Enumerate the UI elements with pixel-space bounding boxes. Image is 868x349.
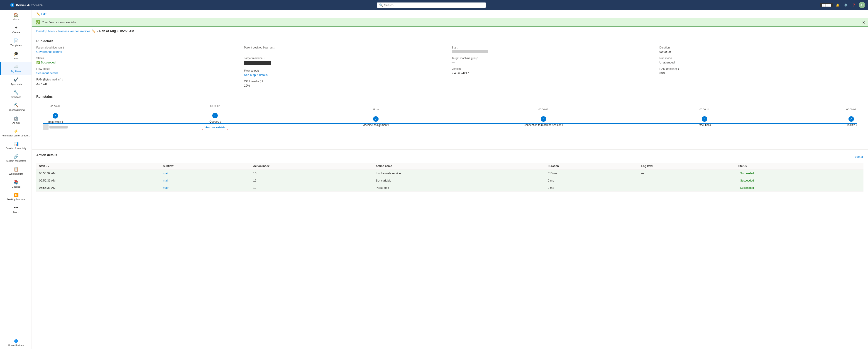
- status-label: Status: [36, 57, 240, 60]
- search-input[interactable]: [384, 3, 484, 7]
- edit-button[interactable]: ✏️ Edit: [36, 12, 46, 15]
- breadcrumb-current: Ran at Aug 9, 05:55 AM: [99, 29, 134, 33]
- target-machine-info-icon[interactable]: ℹ: [264, 57, 265, 60]
- hamburger-icon[interactable]: ☰: [3, 2, 8, 8]
- sidebar-item-approvals[interactable]: ✔️ Approvals: [0, 75, 32, 88]
- row2-status: Succeeded: [736, 177, 864, 184]
- row3-action-index: 13: [250, 184, 373, 191]
- governance-control-link[interactable]: Governance control: [36, 50, 240, 54]
- cpu-median-info-icon[interactable]: ℹ: [262, 80, 263, 83]
- ram-median-info-icon[interactable]: ℹ: [678, 68, 679, 70]
- run-details-col1: Parent cloud flow run ℹ Governance contr…: [36, 46, 240, 87]
- queued-dot: ✓: [212, 113, 218, 118]
- duration-value: 00:00:29: [659, 50, 864, 54]
- more-icon: •••: [14, 205, 19, 210]
- queued-time: 00:00:02: [210, 105, 220, 107]
- finalize-info-icon[interactable]: ℹ: [856, 124, 857, 127]
- machine-assignment-info-icon[interactable]: ℹ: [388, 124, 389, 127]
- run-details-col2: Parent desktop flow run ℹ — Target machi…: [244, 46, 448, 87]
- row2-log-level: —: [639, 177, 736, 184]
- sidebar-item-templates[interactable]: 📄 Templates: [0, 36, 32, 49]
- connection-time: 00:00:05: [538, 108, 548, 111]
- machine-assignment-label: Machine assignment ℹ: [363, 124, 389, 127]
- row3-status: Succeeded: [736, 184, 864, 191]
- sidebar-item-home[interactable]: 🏠 Home: [0, 10, 32, 23]
- see-output-details-link[interactable]: See output details: [244, 73, 448, 77]
- sidebar-item-work-queues[interactable]: 📋 Work queues: [0, 165, 32, 177]
- execution-time: 00:00:14: [700, 108, 709, 111]
- desktop-flow-activity-icon: 📊: [13, 141, 19, 146]
- banner-close-button[interactable]: ✕: [862, 20, 865, 25]
- table-row: 05:55:39 AM main 16 Invoke web service 5…: [36, 170, 864, 177]
- row3-log-level: —: [639, 184, 736, 191]
- topbar-right: █████ 🔔 ⚙️ ❓ JD: [820, 2, 865, 8]
- sidebar-item-create[interactable]: + Create: [0, 23, 32, 36]
- run-details-section: Run details Parent cloud flow run ℹ Gove…: [32, 36, 868, 91]
- sidebar-item-ai-hub[interactable]: 🤖 AI hub: [0, 113, 32, 127]
- see-input-details-link[interactable]: See input details: [36, 71, 240, 75]
- queued-info-icon[interactable]: ℹ: [220, 120, 221, 123]
- breadcrumb-tag-icon: 🏷️: [92, 29, 95, 33]
- breadcrumb-sep-2: ›: [97, 30, 98, 33]
- parent-cloud-flow-info-icon[interactable]: ℹ: [63, 46, 64, 49]
- start-sort-icon[interactable]: ↓ ∨: [46, 165, 50, 168]
- sidebar-item-more[interactable]: ••• More: [0, 203, 32, 216]
- sidebar-item-automation-center[interactable]: ⚡ Automation center (previe...): [0, 127, 32, 139]
- ram-bytes-info-icon[interactable]: ℹ: [62, 78, 63, 81]
- timeline-step-execution: 00:00:14 ✓ Execution ℹ: [698, 116, 711, 127]
- sidebar-item-label-create: Create: [12, 31, 20, 34]
- search-box[interactable]: 🔍: [377, 2, 486, 8]
- view-queue-details-link[interactable]: View queue details: [205, 126, 225, 129]
- sidebar-item-label-my-flows: My flows: [11, 70, 21, 72]
- target-machine-value: [244, 61, 448, 66]
- start-blurred: [452, 50, 488, 53]
- queued-box: View queue details: [202, 125, 228, 130]
- sidebar-item-label-approvals: Approvals: [11, 83, 22, 85]
- sidebar-item-label-templates: Templates: [10, 44, 22, 47]
- help-icon[interactable]: ❓: [851, 2, 857, 8]
- start-item: Start: [452, 46, 656, 54]
- sidebar-item-learn[interactable]: 🎓 Learn: [0, 49, 32, 62]
- row2-action-index: 15: [250, 177, 373, 184]
- sidebar-item-solutions[interactable]: 🔧 Solutions: [0, 88, 32, 101]
- sidebar-item-desktop-flow-activity[interactable]: 📊 Desktop flow activity: [0, 139, 32, 152]
- notifications-icon[interactable]: 🔔: [834, 2, 841, 8]
- sidebar-item-desktop-flow-runs[interactable]: ▶️ Desktop flow runs: [0, 190, 32, 203]
- execution-info-icon[interactable]: ℹ: [710, 124, 711, 127]
- sidebar-item-catalog[interactable]: 📚 Catalog: [0, 177, 32, 190]
- requested-sub: [43, 125, 68, 130]
- success-banner: ✅ Your flow ran successfully. ✕: [32, 18, 868, 27]
- target-machine-label: Target machine ℹ: [244, 57, 448, 60]
- row2-status-badge: Succeeded: [739, 179, 756, 183]
- cpu-median-value: 19%: [244, 84, 448, 87]
- row3-subflow-link[interactable]: main: [163, 186, 169, 189]
- desktop-flow-runs-icon: ▶️: [13, 193, 19, 198]
- duration-item: Duration 00:00:29: [659, 46, 864, 54]
- target-machine-group-item: Target machine group —: [452, 57, 656, 64]
- run-details-col3: Start Target machine group —: [452, 46, 656, 87]
- sidebar-item-label-solutions: Solutions: [11, 96, 21, 98]
- sidebar-item-my-flows[interactable]: ☁️ My flows: [0, 62, 32, 75]
- target-machine-group-value: —: [452, 61, 656, 64]
- breadcrumb-parent[interactable]: Desktop flows: [36, 30, 55, 33]
- col-status: Status: [736, 163, 864, 170]
- sidebar-item-label-home: Home: [13, 18, 19, 21]
- sidebar-item-process-mining[interactable]: ⛏️ Process mining: [0, 101, 32, 113]
- work-queues-icon: 📋: [13, 167, 19, 172]
- sidebar-item-custom-connectors[interactable]: 🔗 Custom connectors: [0, 152, 32, 165]
- row1-duration: 515 ms: [545, 170, 639, 177]
- parent-desktop-info-icon[interactable]: ℹ: [274, 46, 274, 49]
- row1-subflow-link[interactable]: main: [163, 172, 169, 175]
- connection-info-icon[interactable]: ℹ: [562, 124, 563, 127]
- requested-info-icon[interactable]: ℹ: [62, 120, 63, 123]
- topbar: ☰ Power Automate 🔍 █████ 🔔 ⚙️ ❓ JD: [0, 0, 868, 10]
- avatar[interactable]: JD: [859, 2, 865, 8]
- row2-subflow-link[interactable]: main: [163, 179, 169, 182]
- sidebar-item-power-platform[interactable]: 🔷 Power Platform: [0, 336, 32, 349]
- see-all-link[interactable]: See all: [855, 155, 864, 159]
- row1-start: 05:55:39 AM: [36, 170, 160, 177]
- start-label: Start: [452, 46, 656, 49]
- settings-icon[interactable]: ⚙️: [843, 2, 849, 8]
- search-icon: 🔍: [379, 3, 383, 7]
- breadcrumb-flow-name[interactable]: Process vendor invoices: [58, 30, 90, 33]
